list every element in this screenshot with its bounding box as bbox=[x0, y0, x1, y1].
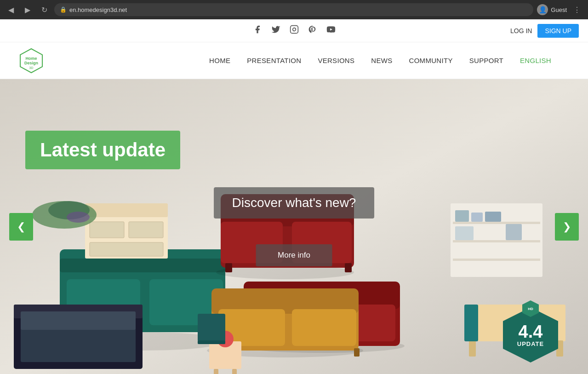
svg-rect-17 bbox=[21, 311, 136, 330]
svg-rect-48 bbox=[485, 212, 501, 222]
logo-image: Home Design 3D bbox=[18, 48, 44, 74]
nav-support[interactable]: SUPPORT bbox=[469, 57, 503, 64]
auth-buttons: LOG IN SIGN UP bbox=[510, 24, 579, 38]
svg-rect-46 bbox=[455, 210, 469, 222]
svg-rect-44 bbox=[453, 240, 540, 242]
pinterest-icon[interactable] bbox=[308, 25, 317, 36]
url-text: en.homedesign3d.net bbox=[69, 6, 127, 13]
user-label: Guest bbox=[551, 6, 567, 13]
latest-update-text: Latest update bbox=[40, 139, 166, 161]
social-icons bbox=[253, 25, 336, 36]
browser-chrome: ◀ ▶ ↻ 🔒 en.homedesign3d.net 👤 Guest ⋮ bbox=[0, 0, 588, 19]
twitter-icon[interactable] bbox=[271, 25, 280, 36]
address-bar[interactable]: 🔒 en.homedesign3d.net bbox=[54, 3, 533, 16]
svg-rect-66 bbox=[198, 314, 225, 341]
nav-news[interactable]: NEWS bbox=[371, 57, 392, 64]
login-button[interactable]: LOG IN bbox=[510, 27, 532, 35]
latest-update-badge: Latest update bbox=[25, 131, 180, 169]
youtube-icon[interactable] bbox=[326, 25, 336, 36]
hero-section: Latest update Discover what's new? More … bbox=[0, 79, 588, 374]
logo[interactable]: Home Design 3D bbox=[18, 48, 44, 74]
browser-menu-button[interactable]: ⋮ bbox=[571, 3, 583, 16]
main-nav: Home Design 3D HOME PRESENTATION VERSION… bbox=[0, 42, 588, 79]
svg-rect-45 bbox=[453, 259, 540, 261]
lock-icon: 🔒 bbox=[60, 6, 67, 13]
svg-rect-50 bbox=[506, 224, 522, 240]
nav-home[interactable]: HOME bbox=[209, 57, 230, 64]
top-bar: LOG IN SIGN UP bbox=[0, 19, 588, 42]
reload-button[interactable]: ↻ bbox=[38, 3, 51, 16]
svg-point-57 bbox=[67, 212, 90, 223]
nav-links: HOME PRESENTATION VERSIONS NEWS COMMUNIT… bbox=[209, 57, 551, 64]
svg-rect-38 bbox=[85, 203, 168, 217]
back-button[interactable]: ◀ bbox=[5, 3, 17, 16]
version-label-text: UPDATE bbox=[517, 340, 544, 347]
nav-community[interactable]: COMMUNITY bbox=[409, 57, 453, 64]
discover-text: Discover what's new? bbox=[232, 196, 356, 210]
nav-english[interactable]: ENGLISH bbox=[520, 57, 551, 64]
more-info-button[interactable]: More info bbox=[256, 244, 332, 266]
version-badge: HD 4.4 UPDATE bbox=[501, 305, 560, 365]
version-number: 4.4 bbox=[519, 323, 543, 340]
svg-rect-40 bbox=[129, 222, 163, 238]
discover-box: Discover what's new? bbox=[214, 187, 375, 219]
forward-button[interactable]: ▶ bbox=[21, 3, 34, 16]
svg-text:3D: 3D bbox=[29, 66, 34, 69]
svg-rect-34 bbox=[292, 309, 356, 346]
next-arrow-button[interactable]: ❯ bbox=[555, 213, 579, 241]
svg-rect-49 bbox=[455, 226, 474, 240]
facebook-icon[interactable] bbox=[253, 25, 262, 36]
svg-rect-39 bbox=[90, 222, 124, 238]
svg-rect-59 bbox=[214, 369, 218, 374]
nav-presentation[interactable]: PRESENTATION bbox=[247, 57, 301, 64]
svg-rect-67 bbox=[198, 340, 225, 344]
version-hex: HD 4.4 UPDATE bbox=[503, 307, 558, 362]
svg-text:Design: Design bbox=[24, 61, 38, 65]
nav-versions[interactable]: VERSIONS bbox=[318, 57, 354, 64]
svg-rect-24 bbox=[345, 263, 352, 272]
furniture-scene bbox=[0, 79, 588, 374]
user-avatar: 👤 bbox=[537, 4, 548, 15]
svg-rect-60 bbox=[232, 369, 237, 374]
instagram-icon[interactable] bbox=[290, 25, 299, 36]
svg-text:Home: Home bbox=[25, 56, 37, 61]
user-area: 👤 Guest bbox=[537, 4, 567, 15]
svg-rect-54 bbox=[464, 305, 478, 341]
svg-rect-41 bbox=[90, 242, 163, 256]
scene-background bbox=[0, 79, 588, 374]
svg-rect-13 bbox=[60, 259, 225, 272]
svg-rect-36 bbox=[354, 348, 360, 357]
svg-rect-52 bbox=[469, 340, 476, 357]
prev-arrow-button[interactable]: ❮ bbox=[9, 213, 33, 241]
svg-rect-23 bbox=[225, 263, 232, 272]
svg-rect-43 bbox=[453, 222, 540, 224]
svg-rect-0 bbox=[290, 26, 298, 34]
svg-rect-47 bbox=[471, 213, 483, 222]
signup-button[interactable]: SIGN UP bbox=[537, 24, 579, 38]
